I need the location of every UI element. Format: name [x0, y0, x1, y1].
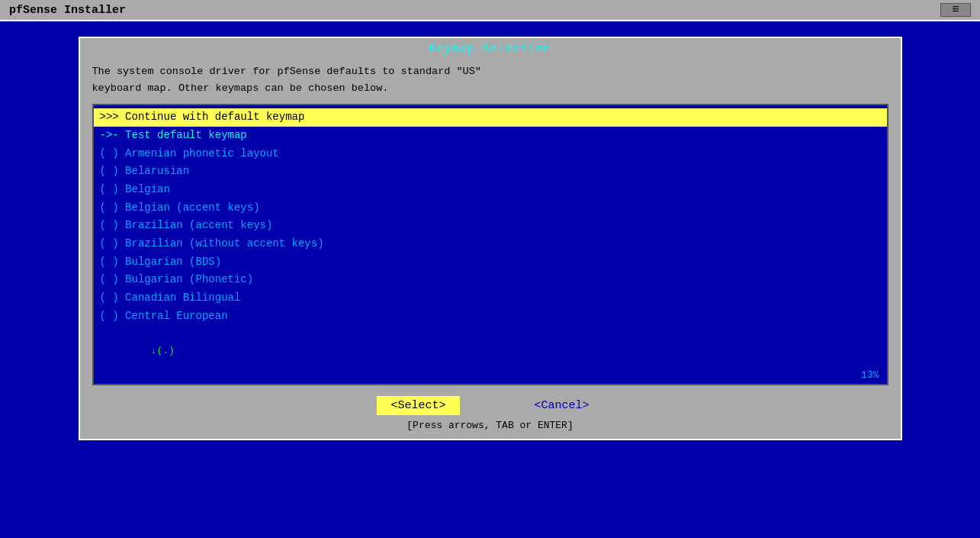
list-item[interactable]: ( ) Armenian phonetic layout [94, 145, 887, 163]
button-row: <Select> <Cancel> [80, 385, 901, 418]
select-button[interactable]: <Select> [377, 396, 459, 415]
title-bar: pfSense Installer ≡ [0, 0, 980, 21]
list-item[interactable]: ( ) Brazilian (accent keys) [94, 217, 887, 235]
dialog-title: Keymap Selection [80, 38, 901, 59]
list-item[interactable]: ( ) Belgian (accent keys) [94, 199, 887, 217]
list-item[interactable]: ->- Test default keymap [94, 127, 887, 145]
desc-line2: keyboard map. Other keymaps can be chose… [92, 80, 888, 97]
list-item[interactable]: ( ) Bulgarian (BDS) [94, 253, 887, 272]
dialog-box: Keymap Selection The system console driv… [79, 37, 902, 440]
list-item[interactable]: ( ) Belarusian [94, 163, 887, 181]
list-item[interactable]: ( ) Belgian [94, 181, 887, 199]
keymap-list[interactable]: >>> Continue with default keymap ->- Tes… [92, 104, 888, 385]
app-title: pfSense Installer [9, 4, 126, 17]
list-item[interactable]: ( ) Central European [94, 308, 887, 326]
dialog-description: The system console driver for pfSense de… [80, 59, 901, 104]
cancel-button[interactable]: <Cancel> [521, 396, 603, 415]
list-item[interactable]: >>> Continue with default keymap [94, 108, 887, 127]
list-item: ↓(.) [94, 325, 887, 380]
scrollbar-hint: ↓(.) [151, 345, 175, 356]
main-area: Keymap Selection The system console driv… [0, 21, 980, 535]
list-item[interactable]: ( ) Bulgarian (Phonetic) [94, 271, 887, 289]
list-item[interactable]: ( ) Canadian Bilingual [94, 289, 887, 308]
scroll-percent: 13% [861, 369, 879, 381]
desc-line1: The system console driver for pfSense de… [92, 63, 888, 80]
list-item[interactable]: ( ) Brazilian (without accent keys) [94, 235, 887, 253]
window-icon[interactable]: ≡ [940, 3, 971, 17]
hint-text: [Press arrows, TAB or ENTER] [80, 418, 901, 439]
